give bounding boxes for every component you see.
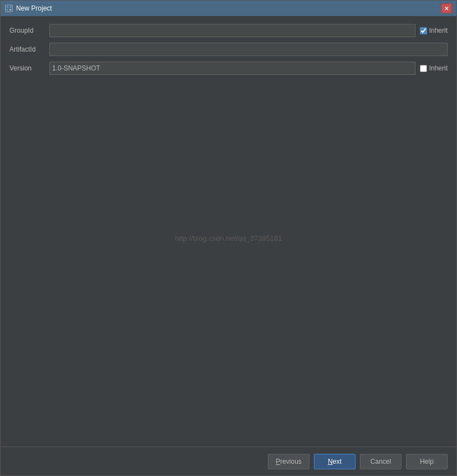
content-area: GroupId Inherit ArtifactId Version Inher… (1, 16, 456, 447)
svg-rect-2 (9, 6, 11, 8)
artifactid-row: ArtifactId (9, 42, 448, 57)
svg-rect-4 (9, 9, 11, 11)
version-label: Version (9, 64, 49, 72)
previous-button[interactable]: Previous (268, 454, 309, 469)
help-button[interactable]: Help (406, 454, 448, 469)
groupid-inherit-label: Inherit (429, 27, 448, 34)
dialog-icon (5, 4, 13, 12)
svg-rect-0 (6, 5, 12, 12)
close-button[interactable]: ✕ (441, 3, 452, 13)
groupid-inherit-checkbox[interactable] (420, 27, 427, 34)
button-bar: Previous Next Cancel Help (1, 447, 456, 475)
new-project-dialog: New Project ✕ GroupId Inherit ArtifactId… (0, 0, 457, 476)
artifactid-input[interactable] (49, 43, 448, 56)
next-button[interactable]: Next (314, 454, 356, 469)
artifactid-label: ArtifactId (9, 45, 49, 53)
svg-rect-3 (7, 9, 8, 11)
version-input[interactable] (49, 62, 415, 75)
version-row: Version Inherit (9, 60, 448, 76)
dialog-title: New Project (16, 4, 52, 12)
version-inherit-label: Inherit (429, 64, 448, 72)
groupid-label: GroupId (9, 27, 49, 34)
version-inherit-checkbox[interactable] (420, 65, 427, 72)
version-inherit-area: Inherit (420, 64, 448, 72)
svg-rect-1 (7, 6, 8, 8)
groupid-row: GroupId Inherit (9, 23, 448, 38)
title-bar: New Project ✕ (1, 1, 456, 16)
groupid-inherit-area: Inherit (420, 27, 448, 34)
groupid-input[interactable] (49, 24, 415, 37)
cancel-button[interactable]: Cancel (360, 454, 402, 469)
